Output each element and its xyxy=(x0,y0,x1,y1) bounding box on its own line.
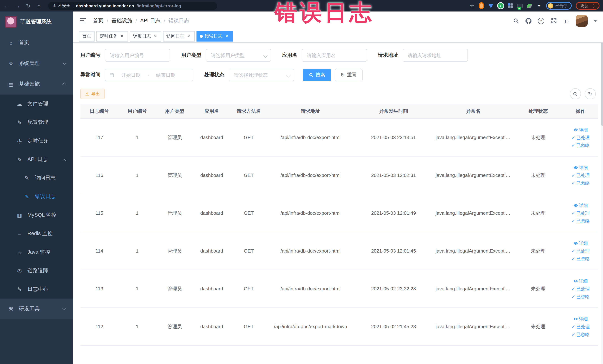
request-url-input[interactable] xyxy=(402,49,468,61)
refresh-button[interactable]: ↻ xyxy=(584,88,596,99)
update-label: 更新 xyxy=(580,3,589,9)
extension-leaf-icon[interactable] xyxy=(527,3,532,9)
sidebar-item-0[interactable]: ⌂首页 xyxy=(0,32,73,53)
sidebar-item-4[interactable]: ✎配置管理 xyxy=(0,113,73,132)
cell-112-4: GET xyxy=(230,308,267,345)
hamburger-icon[interactable] xyxy=(80,18,86,23)
sidebar-item-8[interactable]: ✎错误日志 xyxy=(0,187,73,206)
action-label: 详细 xyxy=(579,241,588,245)
github-icon[interactable] xyxy=(525,17,532,24)
export-button[interactable]: 导出 xyxy=(81,89,104,99)
tag-label: 访问日志 xyxy=(166,33,184,39)
process-status-select[interactable] xyxy=(229,69,294,81)
extension-orange-icon[interactable] xyxy=(478,3,484,9)
browser-forward-icon[interactable]: → xyxy=(14,3,20,9)
avatar-caret-icon[interactable] xyxy=(593,20,597,22)
tag-2[interactable]: 调度日志× xyxy=(130,31,161,41)
api-log-icon: ✎ xyxy=(16,156,23,163)
extension-pin-icon[interactable]: ✦ xyxy=(536,3,542,9)
extension-shield-icon[interactable] xyxy=(488,3,494,9)
sidebar-item-6[interactable]: ✎API 日志 xyxy=(0,150,73,169)
action-detail-link[interactable]: 详细 xyxy=(573,127,588,132)
action-processed-link[interactable]: ✓已处理 xyxy=(571,211,590,215)
sidebar-item-1[interactable]: ⚙系统管理 xyxy=(0,53,73,74)
address-bar[interactable]: ⚠ 不安全 dashboard.yudao.iocoder.cn/infra/l… xyxy=(48,2,217,10)
action-detail-link[interactable]: 详细 xyxy=(573,279,588,283)
action-detail-link[interactable]: 详细 xyxy=(573,241,588,245)
action-ignored-link[interactable]: ✓已忽略 xyxy=(571,294,590,299)
action-ignored-link[interactable]: ✓已忽略 xyxy=(571,332,590,337)
breadcrumb-item-2[interactable]: API 日志 xyxy=(140,17,161,24)
table-body: 1171管理员dashboardGET/api/infra/db-doc/exp… xyxy=(81,118,598,345)
screen: ← → ↻ ⌂ ⚠ 不安全 dashboard.yudao.iocoder.cn… xyxy=(0,0,603,364)
sidebar-item-7[interactable]: ✎访问日志 xyxy=(0,169,73,187)
tag-label: 首页 xyxy=(82,33,91,39)
action-detail-link[interactable]: 详细 xyxy=(573,317,588,321)
action-ignored-link[interactable]: ✓已忽略 xyxy=(571,257,590,261)
sidebar-item-11[interactable]: ☕Java 监控 xyxy=(0,243,73,261)
action-processed-link[interactable]: ✓已处理 xyxy=(571,173,590,177)
close-icon[interactable]: × xyxy=(153,34,158,39)
action-detail-link[interactable]: 详细 xyxy=(573,165,588,170)
help-icon[interactable]: ? xyxy=(538,17,545,24)
tag-1[interactable]: 定时任务× xyxy=(96,31,128,41)
sidebar-item-14[interactable]: ⚒研发工具 xyxy=(0,299,73,319)
browser-reload-icon[interactable]: ↻ xyxy=(25,3,31,9)
check-icon: ✓ xyxy=(571,135,575,140)
cell-116-actions: 详细✓已处理✓已忽略 xyxy=(563,156,598,194)
not-secure-badge[interactable]: ⚠ 不安全 xyxy=(53,3,70,9)
sidebar-item-3[interactable]: ☁文件管理 xyxy=(0,94,73,113)
action-ignored-link[interactable]: ✓已忽略 xyxy=(571,181,590,185)
sidebar-item-5[interactable]: ◷定时任务 xyxy=(0,132,73,150)
extension-switch-icon[interactable]: on xyxy=(517,3,522,9)
sidebar-item-12[interactable]: ◎链路追踪 xyxy=(0,261,73,280)
action-processed-link[interactable]: ✓已处理 xyxy=(571,135,590,140)
date-range-picker[interactable]: - xyxy=(105,69,193,81)
action-label: 已忽略 xyxy=(576,181,590,185)
font-size-icon[interactable]: TT xyxy=(563,17,570,24)
action-processed-link[interactable]: ✓已处理 xyxy=(571,249,590,253)
check-icon: ✓ xyxy=(571,143,575,147)
breadcrumb-item-0[interactable]: 首页 xyxy=(93,17,104,24)
close-icon[interactable]: × xyxy=(119,34,125,39)
search-button[interactable]: 搜索 xyxy=(303,69,331,81)
browser-menu-dots-icon[interactable]: ⋮ xyxy=(591,3,596,8)
toggle-search-button[interactable] xyxy=(570,88,581,99)
search-icon[interactable] xyxy=(512,17,519,24)
tag-4[interactable]: 错误日志× xyxy=(197,31,233,41)
close-icon[interactable]: × xyxy=(224,34,230,39)
user-avatar[interactable] xyxy=(576,15,587,27)
sidebar-item-2[interactable]: ▤基础设施 xyxy=(0,74,73,94)
action-detail-link[interactable]: 详细 xyxy=(573,203,588,208)
action-processed-link[interactable]: ✓已处理 xyxy=(571,324,590,329)
scrollbar-thumb[interactable] xyxy=(601,33,603,126)
breadcrumb-item-1[interactable]: 基础设施 xyxy=(111,17,132,24)
sidebar-item-9[interactable]: ▥MySQL 监控 xyxy=(0,206,73,224)
user-id-input[interactable] xyxy=(105,49,170,61)
cell-113-1: 1 xyxy=(118,270,156,308)
sidebar-item-13[interactable]: ✎日志中心 xyxy=(0,280,73,299)
close-icon[interactable]: × xyxy=(186,34,191,39)
sidebar-item-10[interactable]: ≡Redis 监控 xyxy=(0,224,73,243)
browser-update-button[interactable]: 更新 ⋮ xyxy=(576,2,599,10)
bookmark-star-icon[interactable]: ☆ xyxy=(470,3,474,9)
app-name-input[interactable] xyxy=(302,49,367,61)
user-type-select[interactable] xyxy=(206,49,271,61)
browser-home-icon[interactable]: ⌂ xyxy=(36,3,42,9)
action-ignored-link[interactable]: ✓已忽略 xyxy=(571,219,590,223)
warning-icon: ⚠ xyxy=(53,3,56,8)
sidebar-item-label: 错误日志 xyxy=(35,193,56,200)
reset-button[interactable]: ↻ 重置 xyxy=(335,69,363,81)
action-ignored-link[interactable]: ✓已忽略 xyxy=(571,143,590,147)
profile-paused-button[interactable]: 已暂停 xyxy=(546,2,571,10)
extension-grid-icon[interactable] xyxy=(507,3,513,9)
action-label: 已处理 xyxy=(576,135,590,140)
fullscreen-icon[interactable] xyxy=(550,17,557,24)
browser-back-icon[interactable]: ← xyxy=(4,3,10,9)
app-logo[interactable]: 芋道管理系统 xyxy=(0,12,73,32)
tag-3[interactable]: 访问日志× xyxy=(163,31,195,41)
tag-0[interactable]: 首页 xyxy=(79,31,94,41)
action-processed-link[interactable]: ✓已处理 xyxy=(571,286,590,291)
extension-green-y-icon[interactable]: Y xyxy=(498,3,503,9)
sidebar-menu: ⌂首页⚙系统管理▤基础设施☁文件管理✎配置管理◷定时任务✎API 日志✎访问日志… xyxy=(0,32,73,319)
